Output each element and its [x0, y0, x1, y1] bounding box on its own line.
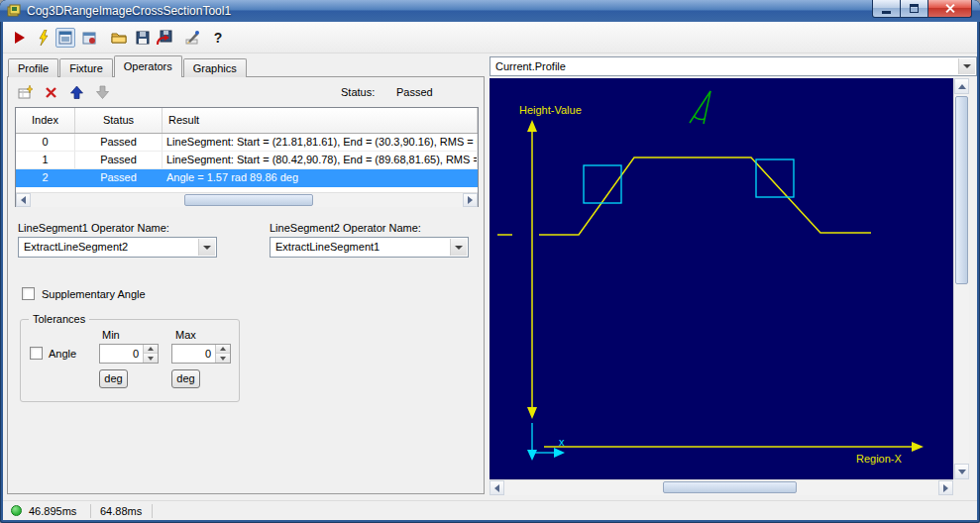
maximize-icon [910, 4, 919, 13]
help-button[interactable]: ? [208, 28, 228, 48]
min-unit-button[interactable]: deg [99, 369, 128, 388]
scroll-right-button[interactable] [938, 480, 953, 495]
spin-down-button[interactable] [144, 354, 158, 363]
arrow-left-icon [21, 196, 26, 204]
spin-up-button[interactable] [144, 345, 158, 354]
max-spinner[interactable]: 0 [171, 344, 231, 364]
display-hscrollbar[interactable] [490, 479, 953, 495]
delete-operator-button[interactable] [42, 83, 59, 101]
add-operator-button[interactable] [16, 83, 34, 101]
titlebar[interactable]: Cog3DRangeImageCrossSectionTool1 [0, 0, 980, 22]
axis-arrow-up-icon [527, 120, 537, 132]
pen-icon [184, 30, 200, 46]
min-spinner[interactable]: 0 [99, 344, 159, 364]
status-led-icon [11, 505, 22, 516]
import-file-button[interactable] [155, 28, 174, 48]
profile-plot: Height-Value Region-X x [490, 78, 953, 479]
tolerances-legend: Tolerances [29, 313, 89, 325]
scroll-thumb[interactable] [955, 96, 968, 284]
run-continuous-button[interactable] [34, 28, 54, 48]
window-controls [872, 0, 972, 18]
supplementary-angle-checkbox[interactable] [22, 287, 35, 300]
scroll-left-button[interactable] [16, 193, 31, 207]
cell-index: 2 [16, 169, 75, 186]
arrow-left-icon [494, 484, 499, 492]
maximize-button[interactable] [901, 0, 927, 18]
graphics-panel: Current.Profile Height-Value Region-X [490, 56, 977, 495]
window-title: Cog3DRangeImageCrossSectionTool1 [27, 4, 231, 18]
tab-graphics[interactable]: Graphics [183, 58, 247, 77]
tab-operators[interactable]: Operators [114, 55, 182, 77]
main-toolbar: ? [3, 22, 977, 53]
angle-marker-arc [694, 116, 705, 120]
scroll-left-button[interactable] [490, 480, 504, 495]
dropdown-button[interactable] [450, 239, 467, 256]
profile-selector-combobox[interactable]: Current.Profile [490, 56, 977, 76]
linesegment2-label: LineSegment2 Operator Name: [270, 222, 421, 234]
close-button[interactable] [927, 0, 972, 18]
statusbar-separator [90, 504, 91, 518]
status-value: Passed [396, 86, 433, 98]
status-bar: 46.895ms 64.88ms [3, 500, 977, 520]
cell-index: 0 [16, 134, 75, 151]
cell-result: LineSegment: Start = (21.81,81.61), End … [163, 134, 478, 151]
x-axis-label: Region-X [856, 453, 903, 465]
segment2-marker-box [756, 159, 794, 197]
display-vscrollbar[interactable] [953, 78, 969, 479]
save-file-button[interactable] [133, 28, 153, 48]
floppy-import-icon [157, 30, 172, 46]
tool-settings-button[interactable] [79, 28, 99, 48]
delete-icon [44, 85, 58, 100]
column-header-status[interactable]: Status [75, 108, 163, 133]
table-row[interactable]: 0 Passed LineSegment: Start = (21.81,81.… [16, 134, 478, 152]
dropdown-button[interactable] [198, 239, 215, 256]
linesegment1-combobox[interactable]: ExtractLineSegment2 [18, 237, 217, 258]
minimize-button[interactable] [872, 0, 901, 18]
max-unit-button[interactable]: deg [171, 369, 200, 388]
tab-fixture[interactable]: Fixture [59, 58, 113, 77]
max-value: 0 [205, 348, 211, 360]
app-window: Cog3DRangeImageCrossSectionTool1 [0, 0, 980, 523]
spinner-buttons [215, 345, 230, 363]
tab-profile[interactable]: Profile [8, 58, 58, 77]
column-header-index[interactable]: Index [16, 108, 75, 133]
floppy-icon [135, 30, 151, 46]
table-row[interactable]: 1 Passed LineSegment: Start = (80.42,90.… [16, 152, 478, 169]
cell-status: Passed [75, 152, 163, 168]
cyan-arrow-right-icon [554, 448, 565, 458]
move-up-button[interactable] [67, 83, 85, 101]
cell-result: Angle = 1.57 rad 89.86 deg [163, 169, 478, 186]
linesegment2-value: ExtractLineSegment1 [275, 241, 380, 253]
chevron-down-icon [963, 64, 971, 68]
scroll-thumb[interactable] [663, 481, 797, 493]
table-header: Index Status Result [16, 108, 478, 134]
run-button[interactable] [10, 28, 30, 48]
move-down-button[interactable] [93, 83, 111, 101]
scroll-up-button[interactable] [954, 78, 969, 94]
scrollbar-corner [953, 479, 969, 495]
total-time: 64.88ms [100, 505, 142, 517]
table-row-selected[interactable]: 2 Passed Angle = 1.57 rad 89.86 deg [16, 169, 478, 187]
lightning-icon [36, 30, 52, 46]
height-axis-label: Height-Value [519, 104, 582, 116]
spin-down-button[interactable] [216, 354, 230, 363]
table-hscrollbar[interactable] [16, 192, 478, 207]
scroll-right-button[interactable] [463, 193, 478, 207]
tool-image-display-button[interactable] [55, 28, 75, 48]
arrow-right-icon [468, 196, 473, 204]
column-header-result[interactable]: Result [163, 108, 478, 133]
cyan-arrow-down-icon [527, 450, 537, 461]
scroll-thumb[interactable] [184, 194, 313, 206]
linesegment2-combobox[interactable]: ExtractLineSegment1 [270, 237, 469, 258]
spinner-buttons [143, 345, 158, 363]
angle-tolerance-checkbox[interactable] [30, 347, 43, 360]
scroll-down-button[interactable] [954, 464, 969, 479]
arrow-up-icon [148, 347, 154, 351]
profile-display[interactable]: Height-Value Region-X x [490, 78, 953, 479]
open-file-button[interactable] [109, 28, 129, 48]
spin-up-button[interactable] [216, 345, 230, 354]
dropdown-button[interactable] [958, 58, 975, 74]
cell-result: LineSegment: Start = (80.42,90.78), End … [163, 152, 478, 168]
arrow-down-icon [148, 357, 154, 361]
edit-signature-button[interactable] [182, 28, 202, 48]
